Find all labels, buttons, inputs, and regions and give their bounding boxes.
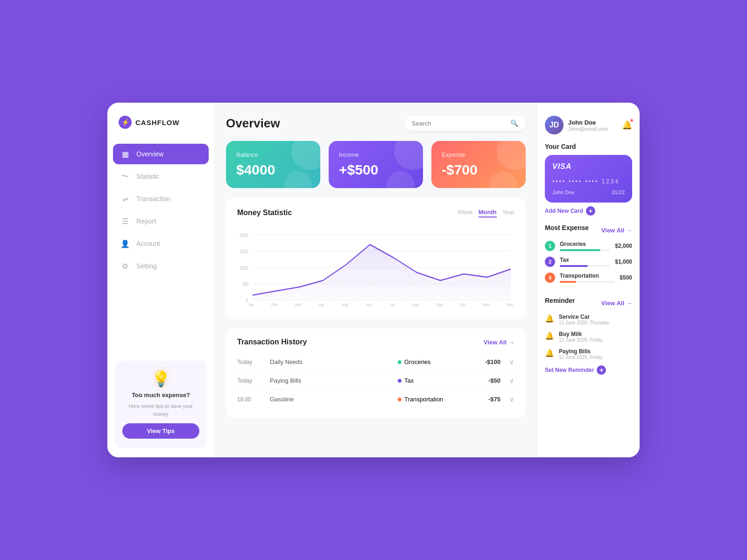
tx-view-all[interactable]: View All → (484, 339, 514, 346)
view-tips-button[interactable]: View Tips (122, 423, 199, 439)
reminder-item-1: 🔔 Service Car 11 June 2020, Thursday (545, 314, 632, 325)
income-label: Income (339, 151, 413, 158)
tx-expand-3[interactable]: ∨ (500, 395, 514, 404)
expense-name-2: Tax (560, 257, 610, 263)
sidebar-item-transaction[interactable]: ⇌ Transaction (113, 189, 209, 209)
expense-rank-2: 2 (545, 257, 555, 267)
sidebar-item-statistic[interactable]: 〜 Statistic (113, 166, 209, 187)
sidebar-item-report[interactable]: ☰ Report (113, 211, 209, 231)
tx-amount-3: -$75 (463, 396, 500, 403)
search-icon: 🔍 (510, 119, 518, 127)
reminder-item-2: 🔔 Buy Milk 12 June 2020, Friday (545, 331, 632, 343)
transaction-card: Transaction History View All → Today Dai… (226, 329, 526, 418)
sidebar-item-overview[interactable]: ▦ Overview (113, 144, 209, 164)
reminder-info-1: Service Car 11 June 2020, Thursday (559, 314, 609, 325)
tx-name-1: Daily Needs (270, 358, 398, 365)
tx-date-3: 18.00 (237, 396, 270, 403)
search-input[interactable] (412, 120, 507, 127)
tx-cat-1: Groceries (398, 358, 463, 365)
tx-cat-2: Tax (398, 377, 463, 384)
reminder-title: Reminder (545, 297, 575, 304)
set-reminder-icon: + (597, 365, 606, 375)
table-row: 18.00 Gasoline Transportation -$75 ∨ (237, 390, 514, 408)
expense-amount-3: $500 (620, 274, 632, 281)
tx-table: Today Daily Needs Groceries -$100 ∨ Toda… (237, 353, 514, 408)
tx-cat-3: Transportation (398, 396, 463, 403)
money-chart: 0 500 1000 1500 2000 (237, 223, 514, 307)
set-reminder-button[interactable]: Set New Reminder + (545, 365, 632, 375)
chart-tab-week[interactable]: Week (458, 208, 473, 217)
notification-icon[interactable]: 🔔 (622, 120, 632, 130)
svg-text:May: May (342, 302, 349, 307)
user-email: John@email.com (568, 126, 608, 132)
expense-item-2: 2 Tax $1,000 (545, 257, 632, 267)
cat-dot-groceries (398, 360, 402, 364)
sidebar-label-transaction: Transaction (136, 195, 170, 203)
notification-badge (629, 118, 634, 123)
balance-label: Balance (236, 151, 310, 158)
chart-tab-year[interactable]: Year (502, 208, 514, 217)
tx-name-2: Paying Bills (270, 377, 398, 384)
sidebar-item-setting[interactable]: ⚙ Setting (113, 256, 209, 276)
reminder-date-3: 12 June 2020, Friday (559, 355, 603, 360)
main-content: Overview 🔍 Balance $4000 Income +$500 (215, 103, 537, 457)
reminder-view-all[interactable]: View All → (601, 300, 632, 307)
app-name: CASHFLOW (135, 119, 180, 126)
svg-text:2000: 2000 (240, 233, 247, 238)
svg-text:Aug: Aug (413, 302, 419, 307)
tx-expand-1[interactable]: ∨ (500, 357, 514, 366)
svg-text:Des: Des (507, 302, 513, 307)
expense-item-3: 3 Transportation $500 (545, 273, 632, 283)
your-card-title: Your Card (545, 143, 632, 150)
add-card-button[interactable]: Add New Card + (545, 206, 632, 216)
reminder-bell-icon-2: 🔔 (545, 331, 554, 340)
tips-title: Too much expense? (132, 392, 190, 399)
reminder-info-2: Buy Milk 12 June 2020, Friday (559, 331, 603, 343)
search-bar[interactable]: 🔍 (404, 116, 526, 131)
user-details: John Doe John@email.com (568, 119, 608, 132)
chart-tab-month[interactable]: Month (479, 208, 497, 217)
chart-tabs: Week Month Year (458, 208, 514, 217)
expense-bar-3 (560, 281, 615, 283)
overview-icon: ▦ (120, 149, 130, 159)
chart-header: Money Statistic Week Month Year (237, 208, 514, 217)
sidebar-label-report: Report (136, 217, 156, 225)
svg-text:1500: 1500 (240, 249, 247, 254)
most-expense-header: Most Expense View All → (545, 224, 632, 236)
svg-text:500: 500 (242, 282, 248, 287)
expense-view-all[interactable]: View All → (601, 227, 632, 234)
most-expense-section: Most Expense View All → 1 Groceries $2,0… (545, 224, 632, 288)
sidebar-label-overview: Overview (136, 150, 163, 158)
card-expiry: 01/22 (612, 189, 625, 195)
svg-text:Oct: Oct (460, 302, 465, 307)
expense-name-1: Groceries (560, 241, 610, 247)
setting-icon: ⚙ (120, 261, 130, 271)
svg-text:Feb: Feb (271, 302, 277, 307)
expense-info-2: Tax (560, 257, 610, 267)
reminder-item-3: 🔔 Paying Bills 12 June 2020, Friday (545, 348, 632, 360)
card-holder: John Doe (552, 189, 574, 195)
expense-bar-2 (560, 265, 610, 267)
tx-expand-2[interactable]: ∨ (500, 376, 514, 385)
svg-text:Nov: Nov (483, 302, 490, 307)
expense-info-1: Groceries (560, 241, 610, 251)
expense-rank-3: 3 (545, 273, 555, 283)
tx-amount-1: -$100 (463, 358, 500, 365)
add-card-icon: + (586, 206, 595, 216)
card-footer: John Doe 01/22 (552, 189, 625, 195)
tips-description: Here some tips to save your money (122, 402, 199, 418)
expense-rank-1: 1 (545, 241, 555, 251)
sidebar-item-account[interactable]: 👤 Account (113, 233, 209, 254)
expense-bar-1 (560, 249, 610, 251)
logo-icon: ⚡ (119, 116, 132, 129)
sidebar-label-account: Account (136, 240, 160, 247)
reminder-bell-icon-1: 🔔 (545, 314, 554, 323)
reminder-date-2: 12 June 2020, Friday (559, 337, 603, 343)
reminder-name-1: Service Car (559, 314, 609, 320)
sidebar: ⚡ CASHFLOW ▦ Overview 〜 Statistic ⇌ Tran… (107, 103, 215, 457)
your-card-section: Your Card VISA •••• •••• •••• 1234 John … (545, 143, 632, 216)
expense-amount-2: $1,000 (615, 259, 632, 265)
svg-text:Jun: Jun (366, 302, 371, 307)
statistic-icon: 〜 (120, 172, 130, 181)
nav-items: ▦ Overview 〜 Statistic ⇌ Transaction ☰ R… (107, 144, 214, 353)
